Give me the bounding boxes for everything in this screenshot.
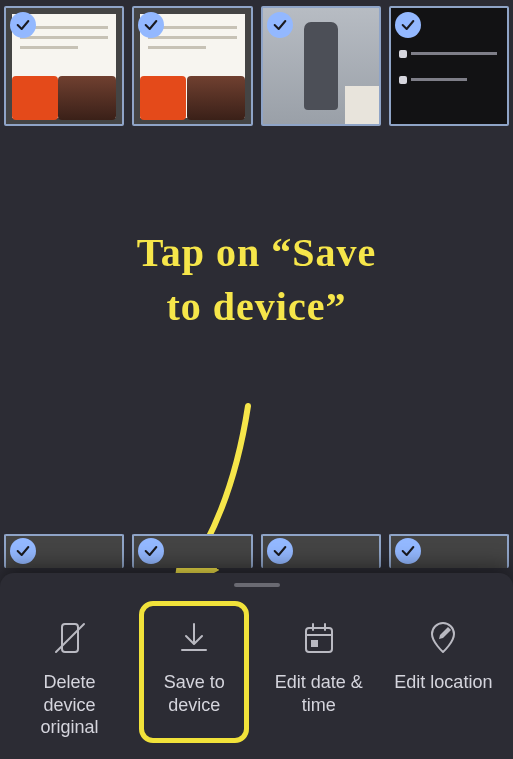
photo-thumb-5[interactable] bbox=[4, 534, 124, 568]
selected-thumbs-row bbox=[0, 0, 513, 132]
action-row: Delete device original Save to device bbox=[0, 601, 513, 743]
photo-thumb-6[interactable] bbox=[132, 534, 252, 568]
svg-rect-8 bbox=[311, 640, 318, 647]
photo-thumb-4[interactable] bbox=[389, 6, 509, 126]
check-icon bbox=[395, 12, 421, 38]
delete-phone-icon bbox=[51, 619, 89, 657]
check-icon bbox=[138, 538, 164, 564]
delete-device-original-label: Delete device original bbox=[20, 671, 120, 739]
thumbs-row-bottom bbox=[0, 528, 513, 574]
sheet-drag-handle[interactable] bbox=[234, 583, 280, 587]
save-to-device-label: Save to device bbox=[144, 671, 244, 716]
check-icon bbox=[267, 12, 293, 38]
annotation-text: Tap on “Save to device” bbox=[0, 226, 513, 334]
svg-rect-4 bbox=[306, 628, 332, 652]
calendar-icon bbox=[300, 619, 338, 657]
edit-date-time-label: Edit date & time bbox=[269, 671, 369, 716]
photo-thumb-8[interactable] bbox=[389, 534, 509, 568]
delete-device-original-button[interactable]: Delete device original bbox=[15, 601, 125, 743]
photo-thumb-7[interactable] bbox=[261, 534, 381, 568]
photo-thumb-1[interactable] bbox=[4, 6, 124, 126]
annotation-line-2: to device” bbox=[167, 284, 347, 329]
photo-thumb-2[interactable] bbox=[132, 6, 252, 126]
download-icon bbox=[175, 619, 213, 657]
photo-thumb-3[interactable] bbox=[261, 6, 381, 126]
action-sheet: Delete device original Save to device bbox=[0, 573, 513, 759]
check-icon bbox=[10, 538, 36, 564]
location-edit-icon bbox=[424, 619, 462, 657]
check-icon bbox=[10, 12, 36, 38]
annotation-line-1: Tap on “Save bbox=[137, 230, 377, 275]
check-icon bbox=[267, 538, 293, 564]
check-icon bbox=[395, 538, 421, 564]
svg-line-1 bbox=[56, 624, 84, 652]
edit-location-button[interactable]: Edit location bbox=[388, 601, 498, 743]
edit-date-time-button[interactable]: Edit date & time bbox=[264, 601, 374, 743]
save-to-device-button[interactable]: Save to device bbox=[139, 601, 249, 743]
edit-location-label: Edit location bbox=[394, 671, 492, 694]
annotation-overlay: Tap on “Save to device” bbox=[0, 226, 513, 334]
